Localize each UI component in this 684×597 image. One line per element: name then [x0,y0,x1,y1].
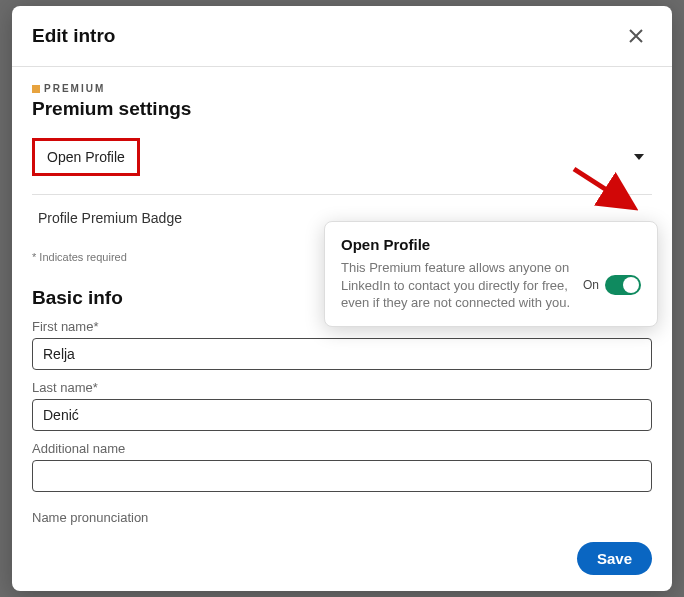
premium-settings-heading: Premium settings [32,98,652,120]
chevron-down-icon [634,154,644,160]
first-name-input[interactable] [32,338,652,370]
last-name-input[interactable] [32,399,652,431]
open-profile-row[interactable]: Open Profile [32,128,652,186]
close-icon [626,26,646,46]
additional-name-label: Additional name [32,441,652,456]
popover-title: Open Profile [341,236,641,253]
last-name-label: Last name* [32,380,652,395]
modal-footer: Save [12,530,672,591]
profile-premium-badge-label: Profile Premium Badge [32,205,182,231]
close-button[interactable] [620,20,652,52]
additional-name-input[interactable] [32,460,652,492]
open-profile-toggle[interactable] [605,275,641,295]
open-profile-label: Open Profile [32,138,140,176]
name-pronunciation-label: Name pronunciation [32,510,652,525]
premium-badge-label: PREMIUM [32,83,652,94]
modal-body: PREMIUM Premium settings Open Profile Pr… [12,67,672,530]
modal-header: Edit intro [12,6,672,67]
save-button[interactable]: Save [577,542,652,575]
toggle-state-label: On [583,278,599,292]
popover-toggle-wrap: On [583,275,641,295]
open-profile-popover: Open Profile This Premium feature allows… [324,221,658,327]
modal-title: Edit intro [32,25,115,47]
edit-intro-modal: Edit intro PREMIUM Premium settings Open… [12,6,672,591]
popover-description: This Premium feature allows anyone on Li… [341,259,571,312]
